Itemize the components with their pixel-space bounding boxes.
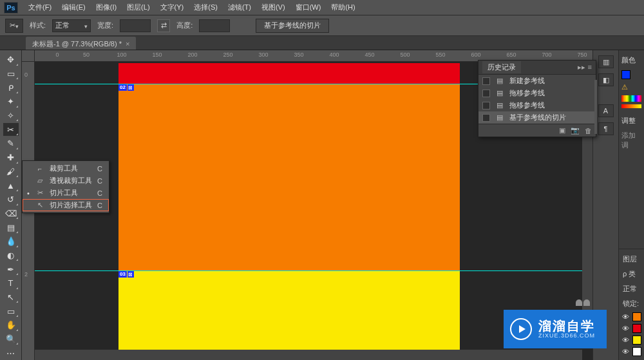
flyout-slice-tool[interactable]: • ✂ 切片工具 C xyxy=(23,187,109,199)
layers-mode[interactable]: 正常 xyxy=(620,281,643,296)
style-select[interactable]: 正常 xyxy=(52,19,91,32)
chevron-right-icon[interactable]: ▸▸ xyxy=(578,63,585,71)
slice-badge-icon: ⊠ xyxy=(128,271,134,278)
eyedropper-tool[interactable]: ✎ xyxy=(3,137,19,150)
document-tab-title: 未标题-1 @ 77.3%(RGB/8) * xyxy=(32,39,122,49)
dodge-tool[interactable]: ◐ xyxy=(3,249,19,262)
move-tool[interactable]: ✥ xyxy=(3,53,19,66)
character-panel-icon[interactable]: A xyxy=(598,104,614,117)
menu-file[interactable]: 文件(F) xyxy=(23,1,57,14)
visibility-icon[interactable]: 👁 xyxy=(621,312,630,321)
history-checkbox[interactable] xyxy=(482,90,490,97)
slice-label[interactable]: 02⊠ xyxy=(118,84,134,91)
adjustments-panel-tab[interactable]: 调整 xyxy=(619,113,644,128)
history-panel-tab[interactable]: 历史记录 xyxy=(482,61,521,73)
gradient-tool[interactable]: ▤ xyxy=(3,221,19,234)
menu-help[interactable]: 帮助(H) xyxy=(326,1,360,14)
menu-window[interactable]: 窗口(W) xyxy=(290,1,327,14)
history-row[interactable]: ▤ 新建参考线 xyxy=(478,75,596,87)
watermark-play-icon xyxy=(510,318,532,340)
stamp-tool[interactable]: ▲ xyxy=(3,179,19,192)
healing-tool[interactable]: ✚ xyxy=(3,151,19,164)
menu-filter[interactable]: 滤镜(T) xyxy=(223,1,256,14)
menu-type[interactable]: 文字(Y) xyxy=(155,1,189,14)
zoom-tool[interactable]: 🔍 xyxy=(3,333,19,346)
new-snapshot-icon[interactable]: 📷 xyxy=(571,126,580,135)
marquee-tool[interactable]: ▭ xyxy=(3,68,19,81)
pen-tool[interactable]: ✒ xyxy=(3,263,19,276)
color-panel-tab[interactable]: 颜色 xyxy=(619,53,644,68)
history-row[interactable]: ▤ 基于参考线的切片 xyxy=(478,111,596,124)
slice-label[interactable]: 03⊠ xyxy=(118,271,134,278)
magic-wand-tool[interactable]: ✧ xyxy=(3,109,19,122)
layer-thumb[interactable] xyxy=(632,312,641,321)
history-checkbox[interactable] xyxy=(482,114,490,122)
history-step-icon: ▤ xyxy=(495,101,504,110)
color-ramp-secondary[interactable] xyxy=(621,104,641,108)
menu-select[interactable]: 选择(S) xyxy=(189,1,223,14)
history-brush-tool[interactable]: ↺ xyxy=(3,193,19,206)
shape-tool[interactable]: ▭ xyxy=(3,305,19,317)
type-tool[interactable]: T xyxy=(3,277,19,290)
perspective-crop-icon: ▱ xyxy=(35,176,44,185)
flyout-slice-select-tool[interactable]: ↖ 切片选择工具 C xyxy=(23,199,109,211)
slice-select-icon: ↖ xyxy=(35,201,44,209)
document-tab[interactable]: 未标题-1 @ 77.3%(RGB/8) * × xyxy=(26,37,136,50)
layer-thumb[interactable] xyxy=(632,324,641,333)
stripe-orange xyxy=(118,84,460,270)
color-swatches xyxy=(619,68,644,82)
layer-thumb[interactable] xyxy=(632,347,641,356)
hand-tool[interactable]: ✋ xyxy=(3,319,19,332)
height-label: 高度: xyxy=(176,21,193,30)
paragraph-panel-icon[interactable]: ¶ xyxy=(598,122,614,135)
history-panel-header[interactable]: 历史记录 ▸▸ ≡ xyxy=(478,61,596,75)
color-ramp[interactable] xyxy=(621,95,641,102)
path-select-tool[interactable]: ↖ xyxy=(3,291,19,304)
history-step-icon: ▤ xyxy=(495,89,504,98)
slice-icon: ✂ xyxy=(35,189,44,197)
history-step-icon: ▤ xyxy=(495,77,504,86)
properties-panel-icon[interactable]: ◧ xyxy=(598,73,614,86)
height-input[interactable] xyxy=(199,19,230,32)
current-tool-icon[interactable]: ✂ xyxy=(5,19,23,33)
trash-icon[interactable]: 🗑 xyxy=(585,127,592,135)
scrollbar-horizontal[interactable] xyxy=(35,350,582,360)
history-checkbox[interactable] xyxy=(482,102,490,109)
menu-view[interactable]: 视图(V) xyxy=(256,1,290,14)
panel-resize-handle[interactable] xyxy=(594,80,597,134)
menu-edit[interactable]: 编辑(E) xyxy=(57,1,91,14)
quick-select-tool[interactable]: ✦ xyxy=(3,95,19,108)
width-input[interactable] xyxy=(120,19,151,32)
swap-dims-button[interactable]: ⇄ xyxy=(157,19,170,32)
layers-lock-label: 锁定: xyxy=(620,296,643,311)
menu-layer[interactable]: 图层(L) xyxy=(122,1,155,14)
watermark-subtitle: ZIXUE.3D66.COM xyxy=(538,333,595,339)
brush-tool[interactable]: 🖌 xyxy=(3,166,19,178)
close-icon[interactable]: × xyxy=(126,40,129,48)
layers-kind[interactable]: ρ 类 xyxy=(620,267,643,281)
visibility-icon[interactable]: 👁 xyxy=(621,347,630,356)
visibility-icon[interactable]: 👁 xyxy=(621,336,630,345)
guide-slice-button[interactable]: 基于参考线的切片 xyxy=(256,19,329,33)
blur-tool[interactable]: 💧 xyxy=(3,235,19,248)
edit-toolbar[interactable]: ⋯ xyxy=(3,346,19,359)
history-checkbox[interactable] xyxy=(482,77,490,85)
history-row[interactable]: ▤ 拖移参考线 xyxy=(478,99,596,111)
menu-image[interactable]: 图像(I) xyxy=(91,1,122,14)
flyout-crop-tool[interactable]: ⌐ 裁剪工具 C xyxy=(23,162,109,175)
crop-tool-group[interactable]: ✂ xyxy=(3,123,19,136)
history-panel-icon[interactable]: ▥ xyxy=(598,55,614,68)
panel-menu-icon[interactable]: ≡ xyxy=(588,63,592,71)
layer-thumb[interactable] xyxy=(632,336,641,345)
eraser-tool[interactable]: ⌫ xyxy=(3,207,19,220)
flyout-perspective-crop-tool[interactable]: ▱ 透视裁剪工具 C xyxy=(23,175,109,187)
document-canvas[interactable] xyxy=(118,63,460,360)
camera-icon[interactable]: ▣ xyxy=(559,126,565,135)
history-row[interactable]: ▤ 拖移参考线 xyxy=(478,87,596,99)
layers-panel-tab[interactable]: 图层 xyxy=(620,252,643,267)
lasso-tool[interactable]: ᑭ xyxy=(3,81,19,94)
visibility-icon[interactable]: 👁 xyxy=(621,324,630,333)
slice-badge-icon: ⊠ xyxy=(128,84,134,91)
foreground-swatch[interactable] xyxy=(621,70,630,79)
history-panel: 历史记录 ▸▸ ≡ ▤ 新建参考线 ▤ 拖移参考线 ▤ 拖移参考线 ▤ 基于参考… xyxy=(478,60,596,137)
